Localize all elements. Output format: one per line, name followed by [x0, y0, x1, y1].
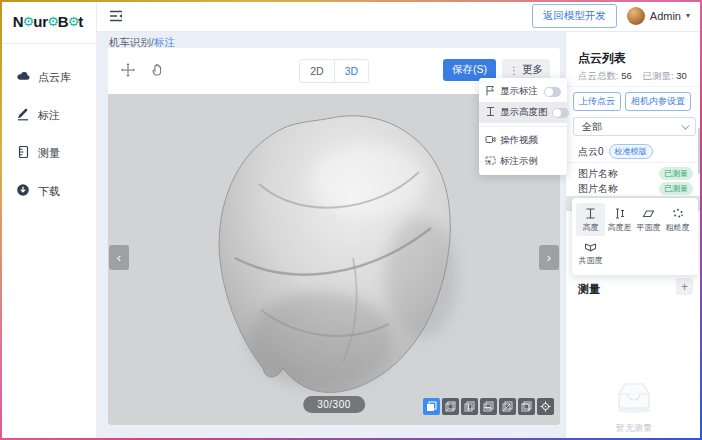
measured-badge: 已测量	[659, 167, 693, 180]
measure-section-title: 测量	[578, 282, 600, 297]
chevron-down-icon: ▾	[686, 11, 690, 20]
username: Admin	[650, 10, 681, 22]
add-measure-button[interactable]: +	[676, 278, 693, 295]
prev-image-arrow[interactable]: ‹	[109, 245, 129, 270]
menu-divider	[479, 126, 567, 127]
toggle-knob	[545, 88, 553, 96]
view-mode-segment: 2D 3D	[299, 59, 369, 83]
tooth-3d-model	[203, 108, 465, 404]
measure-tools-popup: 高度 高度差 平面度 粗糙度 共面度	[572, 198, 698, 275]
view-cube-left-button[interactable]	[480, 398, 497, 415]
image-row[interactable]: 图片名称 已测量	[566, 166, 702, 181]
sidebar-item-pointcloud-library[interactable]: 点云库	[0, 58, 96, 96]
ruler-icon	[16, 145, 30, 161]
tool-roughness[interactable]: 粗糙度	[663, 203, 692, 236]
tool-label: 共面度	[579, 255, 603, 266]
view-cube-front-button[interactable]	[442, 398, 459, 415]
height-ibeam-icon	[584, 207, 597, 220]
download-icon	[16, 183, 30, 199]
sidebar-nav: 点云库 标注 测量 下载	[0, 44, 96, 210]
tool-label: 高度	[583, 222, 599, 233]
menu-item-show-annotation[interactable]: 显示标注	[479, 81, 567, 102]
image-name: 图片名称	[578, 182, 659, 196]
height-diff-icon	[613, 207, 626, 220]
topbar-right: 返回模型开发 Admin ▾	[532, 4, 690, 28]
sidebar-item-label: 点云库	[38, 70, 71, 85]
menu-item-annotation-example[interactable]: 标注示例	[479, 151, 567, 172]
flatness-icon	[642, 207, 655, 220]
image-row[interactable]: 图片名称 已测量	[566, 181, 702, 196]
image-name: 图片名称	[578, 167, 659, 181]
filter-select-value: 全部	[582, 120, 602, 134]
more-button-label: 更多	[522, 63, 543, 77]
camera-intrinsics-button[interactable]: 相机内参设置	[625, 92, 691, 111]
upload-pointcloud-button[interactable]: 上传点云	[573, 92, 621, 111]
menu-item-label: 标注示例	[500, 155, 561, 168]
view-2d-button[interactable]: 2D	[300, 60, 334, 82]
empty-box-icon	[611, 380, 657, 414]
view-cube-right-button[interactable]	[499, 398, 516, 415]
view-cube-solid-button[interactable]	[423, 398, 440, 415]
panel-stats: 点云总数: 56 已测量: 30	[578, 70, 695, 83]
breadcrumb-current[interactable]: 标注	[154, 36, 175, 48]
tool-label: 高度差	[608, 222, 632, 233]
sidebar-item-measure[interactable]: 测量	[0, 134, 96, 172]
tool-coplanarity[interactable]: 共面度	[576, 236, 605, 269]
tool-label: 粗糙度	[666, 222, 690, 233]
menu-item-label: 操作视频	[500, 134, 561, 147]
next-image-arrow[interactable]: ›	[539, 245, 559, 270]
pointcloud-panel: 点云列表 点云总数: 56 已测量: 30 上传点云 相机内参设置 全部 点云0…	[565, 32, 702, 440]
panel-title: 点云列表	[578, 50, 626, 67]
list-scrollbar[interactable]	[698, 128, 701, 174]
brand-text: t	[78, 13, 83, 30]
view-3d-button[interactable]: 3D	[334, 60, 368, 82]
empty-state-text: 暂无测量	[566, 422, 702, 435]
chevron-down-icon	[681, 121, 689, 129]
sidebar-item-label: 下载	[38, 184, 60, 199]
measured-value: 30	[676, 70, 687, 81]
measured-label: 已测量:	[643, 70, 674, 81]
more-dropdown-menu: 显示标注 显示高度图 操作视频 标注示例	[479, 78, 567, 175]
app-root: N⚙ur⚙B⚙t 点云库 标注 测量 下载 返	[0, 0, 702, 440]
filter-select[interactable]: 全部	[573, 117, 696, 136]
menu-item-show-heightmap[interactable]: 显示高度图	[479, 102, 567, 123]
tool-height-difference[interactable]: 高度差	[605, 203, 634, 236]
user-menu[interactable]: Admin ▾	[627, 7, 690, 25]
video-icon	[485, 134, 496, 147]
view-cube-back-button[interactable]	[461, 398, 478, 415]
sidebar: N⚙ur⚙B⚙t 点云库 标注 测量 下载	[0, 0, 97, 440]
show-heightmap-toggle[interactable]	[552, 108, 569, 118]
sidebar-item-label: 测量	[38, 146, 60, 161]
menu-item-operation-video[interactable]: 操作视频	[479, 130, 567, 151]
breadcrumb-section: 机车识别	[109, 36, 151, 48]
calibration-template-badge: 校准模版	[609, 144, 653, 159]
brand-text: ur	[33, 13, 48, 30]
measured-badge: 已测量	[659, 182, 693, 195]
divider	[566, 86, 702, 87]
show-annotation-toggle[interactable]	[544, 87, 561, 97]
divider	[566, 162, 702, 163]
chevron-right-icon: ›	[547, 250, 551, 265]
back-to-model-dev-button[interactable]: 返回模型开发	[532, 4, 617, 28]
brand-logo: N⚙ur⚙B⚙t	[0, 0, 96, 44]
sidebar-item-label: 标注	[38, 108, 60, 123]
tools-grid: 高度 高度差 平面度 粗糙度 共面度	[576, 203, 694, 269]
total-value: 56	[621, 70, 632, 81]
sidebar-item-annotate[interactable]: 标注	[0, 96, 96, 134]
tool-height[interactable]: 高度	[576, 203, 605, 236]
fit-view-crosshair-button[interactable]	[537, 398, 554, 415]
view-cube-top-button[interactable]	[518, 398, 535, 415]
vertical-dots-icon: ⋮	[509, 65, 519, 76]
pointcloud-item[interactable]: 点云0 校准模版	[578, 144, 653, 159]
avatar	[627, 7, 645, 25]
empty-state: 暂无测量	[566, 380, 702, 435]
pagination-indicator: 30/300	[303, 396, 365, 413]
hand-pan-tool-icon[interactable]	[150, 62, 165, 78]
panel-buttons: 上传点云 相机内参设置	[573, 92, 691, 111]
rotate-move-tool-icon[interactable]	[120, 62, 136, 78]
sidebar-item-download[interactable]: 下载	[0, 172, 96, 210]
flag-icon	[485, 85, 496, 98]
tool-flatness[interactable]: 平面度	[634, 203, 663, 236]
menu-fold-icon[interactable]	[109, 10, 123, 22]
total-label: 点云总数:	[578, 70, 619, 81]
